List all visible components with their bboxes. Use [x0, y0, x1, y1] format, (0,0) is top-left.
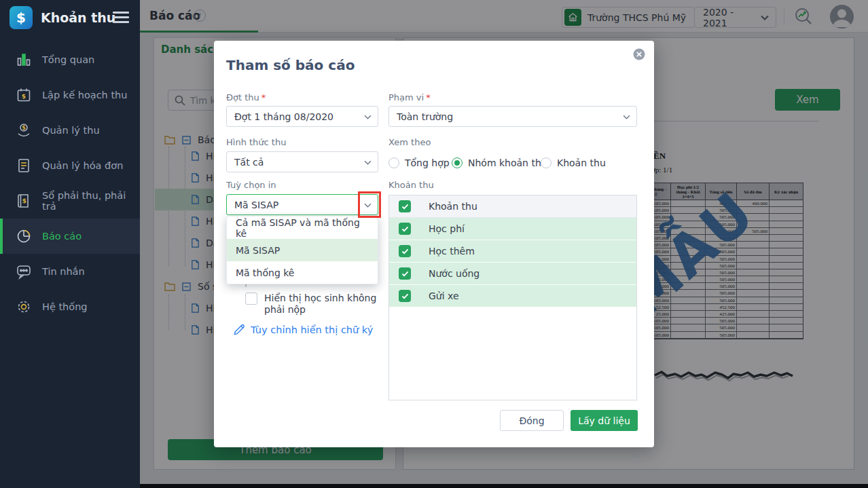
app-window: $ Khoản thu Tổng quan $ Lập kế hoạch thu… [0, 0, 868, 488]
sidebar-item-he-thong[interactable]: Hệ thống [0, 289, 140, 324]
radio-selected-icon [452, 157, 463, 168]
khoan-thu-list-label: Khoản thu [388, 180, 434, 190]
svg-text:$: $ [22, 198, 26, 204]
signature-customize-link[interactable]: Tùy chỉnh hiển thị chữ ký [233, 323, 373, 336]
sidebar-item-quan-ly-thu[interactable]: $ Quản lý thu [0, 113, 140, 148]
required-asterisk: * [426, 92, 431, 102]
sidebar-item-label: Sổ phải thu, phải trả [42, 190, 140, 212]
tuy-chon-in-dropdown: Cả mã SISAP và mã thống kê Mã SISAP Mã t… [226, 216, 378, 284]
xem-theo-label: Xem theo [388, 137, 431, 147]
hinh-thuc-thu-label: Hình thức thu [226, 137, 286, 147]
khoan-thu-row[interactable]: Học thêm [389, 240, 636, 263]
checkbox-checked-icon [399, 245, 411, 257]
checkbox-checked-icon [399, 223, 411, 235]
invoice-icon [15, 157, 33, 174]
khoan-thu-list: Khoản thu Học phí Học thêm Nước uống Gửi… [388, 195, 637, 400]
required-asterisk: * [261, 92, 266, 102]
app-title: Khoản thu [41, 10, 115, 25]
sidebar-item-label: Quản lý hóa đơn [42, 160, 123, 171]
checkbox-checked-icon [399, 290, 411, 302]
dropdown-option-ma-sisap[interactable]: Mã SISAP [227, 239, 378, 261]
sidebar-item-label: Hệ thống [42, 301, 88, 312]
sidebar-item-so-phai-thu[interactable]: $ Sổ phải thu, phải trả [0, 183, 140, 219]
close-button[interactable]: Đóng [500, 410, 564, 431]
chevron-down-icon [364, 203, 372, 208]
pham-vi-label: Phạm vi* [388, 92, 431, 102]
get-data-button[interactable]: Lấy dữ liệu [571, 410, 638, 431]
sidebar-item-label: Quản lý thu [42, 125, 100, 136]
dropdown-option-ma-thong-ke[interactable]: Mã thống kê [227, 261, 378, 284]
sidebar-item-tong-quan[interactable]: Tổng quan [0, 42, 140, 77]
checkbox-checked-icon [399, 267, 411, 280]
khoan-thu-row[interactable]: Nước uống [389, 263, 636, 285]
sidebar-header: $ Khoản thu [0, 0, 140, 35]
radio-icon [541, 157, 551, 168]
sidebar-item-tin-nhan[interactable]: Tin nhắn [0, 254, 140, 289]
sidebar-item-bao-cao[interactable]: Báo cáo [0, 219, 140, 254]
radio-khoan-thu[interactable]: Khoản thu [541, 157, 606, 168]
radio-icon [388, 157, 399, 168]
app-logo: $ [10, 6, 33, 29]
checkbox-checked-icon [399, 200, 411, 212]
dot-thu-label: Đợt thu* [226, 92, 266, 102]
sidebar-item-label: Tổng quan [42, 54, 94, 65]
dropdown-option-ca-ma[interactable]: Cả mã SISAP và mã thống kê [227, 217, 378, 239]
checkbox-unchecked-icon [245, 293, 257, 305]
calendar-icon: $ [15, 86, 33, 104]
sidebar: $ Khoản thu Tổng quan $ Lập kế hoạch thu… [0, 0, 140, 488]
khoan-thu-row[interactable]: Học phí [389, 218, 636, 240]
chat-bubble-icon [15, 263, 33, 280]
chevron-down-icon [623, 115, 630, 119]
sidebar-item-lap-ke-hoach-thu[interactable]: $ Lập kế hoạch thu [0, 77, 140, 113]
dot-thu-select[interactable]: Đợt 1 tháng 08/2020 [226, 106, 378, 127]
sidebar-item-label: Lập kế hoạch thu [42, 90, 128, 100]
radio-tong-hop[interactable]: Tổng hợp [388, 157, 450, 168]
gear-icon [15, 298, 33, 316]
sidebar-item-label: Báo cáo [42, 231, 82, 242]
hinh-thuc-thu-select[interactable]: Tất cả [226, 151, 378, 172]
hand-coin-icon: $ [15, 121, 33, 139]
sidebar-nav: Tổng quan $ Lập kế hoạch thu $ Quản lý t… [0, 42, 140, 324]
svg-text:$: $ [22, 125, 26, 131]
chevron-down-icon [364, 115, 372, 119]
chevron-down-icon [364, 160, 372, 165]
radio-nhom-khoan-thu[interactable]: Nhóm khoản thu [452, 157, 547, 168]
ledger-book-icon: $ [15, 192, 33, 210]
hamburger-menu-icon[interactable] [113, 12, 129, 26]
report-params-modal: Tham số báo cáo Đợt thu* Đợt 1 tháng 08/… [214, 41, 654, 447]
tuy-chon-in-select[interactable]: Mã SISAP [226, 194, 378, 215]
svg-text:$: $ [22, 93, 26, 100]
pham-vi-select[interactable]: Toàn trường [388, 106, 637, 127]
sidebar-item-quan-ly-hoa-don[interactable]: Quản lý hóa đơn [0, 148, 140, 183]
modal-title: Tham số báo cáo [226, 57, 355, 73]
sidebar-item-label: Tin nhắn [42, 266, 85, 277]
tuy-chon-in-label: Tuỳ chọn in [226, 180, 276, 190]
logo-dollar-icon: $ [16, 10, 26, 26]
pencil-icon [233, 323, 246, 336]
pie-chart-icon [15, 227, 33, 245]
close-icon[interactable] [633, 48, 645, 60]
khoan-thu-row[interactable]: Gửi xe [389, 285, 636, 307]
bar-chart-icon [15, 51, 33, 69]
show-students-checkbox[interactable]: Hiển thị học sinh không phải nộp [245, 293, 386, 316]
khoan-thu-row-header[interactable]: Khoản thu [389, 195, 636, 218]
